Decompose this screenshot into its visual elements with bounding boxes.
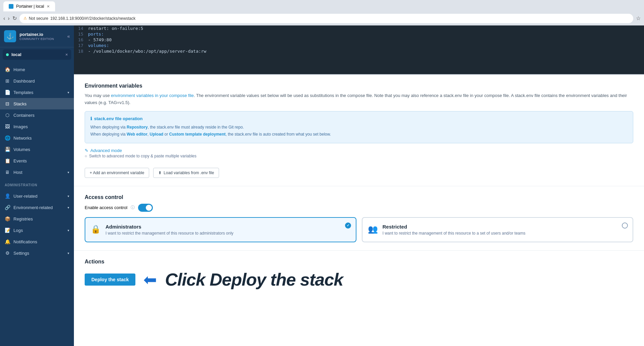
deploy-area: Deploy the stack ➡ Click Deploy the stac… [85, 269, 633, 290]
sidebar-item-user-related[interactable]: 👤 User-related ▾ [0, 190, 74, 202]
repository-link[interactable]: Repository [127, 125, 148, 130]
sidebar-item-stacks[interactable]: ⊟ Stacks [0, 98, 74, 109]
tab-close-button[interactable]: ✕ [47, 4, 50, 9]
volumes-icon: 💾 [5, 147, 10, 152]
add-env-var-button[interactable]: + Add an environment variable [85, 168, 149, 178]
env-section-title: Environment variables [85, 83, 633, 89]
sidebar-item-dashboard[interactable]: ⊞ Dashboard [0, 75, 74, 87]
logo-text: portainer.io [19, 32, 54, 37]
env-section-desc: You may use environment variables in you… [85, 92, 633, 106]
sidebar-label-registries: Registries [13, 216, 33, 221]
sidebar-item-containers[interactable]: ⬡ Containers [0, 109, 74, 121]
environment-selector[interactable]: local × [3, 49, 71, 60]
back-button[interactable]: ‹ [3, 15, 5, 21]
access-control-title: Access control [85, 194, 633, 200]
arrow-left-icon: ➡ [143, 270, 157, 289]
user-related-chevron-icon: ▾ [68, 194, 69, 198]
advanced-mode-label: Advanced mode [90, 148, 122, 153]
custom-template-link[interactable]: Custom template deployment [169, 132, 226, 137]
access-toggle-row: Enable access control ⓘ [85, 204, 633, 212]
sidebar-item-logs[interactable]: 📝 Logs ▾ [0, 225, 74, 236]
info-circle-icon: ℹ [90, 116, 92, 121]
sidebar-item-host[interactable]: 🖥 Host ▾ [0, 166, 74, 178]
sidebar-label-networks: Networks [13, 136, 32, 141]
line-num-16: 16 [74, 37, 88, 42]
click-deploy-text: Click Deploy the stack [165, 269, 343, 290]
refresh-button[interactable]: ↻ [12, 15, 17, 21]
url-bar[interactable]: ⚠ Not secure 192.168.1.18:9000/#!/2/dock… [19, 14, 633, 23]
restricted-card-title: Restricted [383, 224, 526, 230]
env-name: local [11, 52, 22, 57]
advanced-mode-sub: ○ Switch to advanced mode to copy & past… [85, 154, 633, 158]
sidebar-label-dashboard: Dashboard [13, 79, 35, 84]
sidebar-item-networks[interactable]: 🌐 Networks [0, 132, 74, 144]
sidebar-item-settings[interactable]: ⚙ Settings ▾ [0, 247, 74, 259]
stacks-icon: ⊟ [5, 101, 10, 106]
host-icon: 🖥 [5, 169, 10, 175]
host-chevron-icon: ▾ [68, 170, 69, 174]
admin-radio-button[interactable] [345, 223, 351, 229]
networks-icon: 🌐 [5, 135, 10, 141]
line-num-18: 18 [74, 49, 88, 54]
access-card-administrators[interactable]: 🔒 Administrators I want to restrict the … [85, 217, 356, 242]
sidebar-nav: 🏠 Home ⊞ Dashboard 📄 Templates ▾ ⊟ Stack… [0, 62, 74, 180]
restricted-radio-button[interactable] [622, 223, 628, 229]
load-env-file-button[interactable]: ⬆ Load variables from .env file [153, 168, 219, 178]
restricted-card-desc: I want to restrict the management of thi… [383, 231, 526, 236]
sidebar-item-volumes[interactable]: 💾 Volumes [0, 144, 74, 155]
admin-card-icon: 🔒 [91, 225, 101, 234]
line-code-14: restart: on-failure:5 [88, 26, 143, 31]
bookmark-button[interactable]: ☆ [636, 15, 641, 21]
sidebar-item-templates[interactable]: 📄 Templates ▾ [0, 87, 74, 98]
sidebar-label-logs: Logs [13, 228, 23, 233]
sidebar-item-images[interactable]: 🖼 Images [0, 121, 74, 132]
admin-card-title: Administrators [105, 224, 233, 230]
forward-button[interactable]: › [8, 15, 9, 21]
sidebar-item-environment-related[interactable]: 🔗 Environment-related ▾ [0, 202, 74, 213]
line-code-17: volumes: [88, 43, 109, 48]
upload-icon: ⬆ [158, 170, 162, 175]
upload-link[interactable]: Upload [150, 132, 164, 137]
code-line-14: 14 restart: on-failure:5 [74, 26, 644, 31]
admin-card-content: Administrators I want to restrict the ma… [105, 224, 233, 236]
notifications-icon: 🔔 [5, 239, 10, 244]
chevron-down-icon: ▾ [68, 91, 69, 94]
web-editor-link[interactable]: Web editor [127, 132, 147, 137]
sidebar-item-events[interactable]: 📋 Events [0, 155, 74, 166]
sidebar-item-notifications[interactable]: 🔔 Notifications [0, 236, 74, 247]
access-cards-container: 🔒 Administrators I want to restrict the … [85, 217, 633, 242]
sidebar-collapse-button[interactable]: « [67, 34, 70, 39]
stackenv-info-box: ℹ stack.env file operation When deployin… [85, 111, 633, 143]
security-icon: ⚠ [24, 16, 27, 20]
access-card-restricted[interactable]: 👥 Restricted I want to restrict the mana… [362, 217, 634, 242]
actions-section: Actions Deploy the stack ➡ Click Deploy … [74, 251, 644, 298]
sidebar-label-environment-related: Environment-related [13, 205, 53, 210]
user-related-icon: 👤 [5, 193, 10, 199]
sidebar-label-home: Home [13, 67, 25, 72]
env-close-button[interactable]: × [65, 52, 68, 57]
browser-tab[interactable]: Portainer | local ✕ [3, 1, 55, 11]
sidebar-item-registries[interactable]: 📦 Registries [0, 213, 74, 225]
access-info-icon: ⓘ [131, 205, 135, 210]
code-editor[interactable]: 14 restart: on-failure:5 15 ports: 16 - … [74, 26, 644, 75]
portainer-logo-icon: ⚓ [4, 30, 16, 42]
code-line-18: 18 - /volume1/docker/wbo:/opt/app/server… [74, 48, 644, 54]
sidebar-label-stacks: Stacks [13, 101, 27, 106]
line-code-16: - 5749:80 [88, 37, 112, 42]
settings-chevron-icon: ▾ [68, 251, 69, 255]
sidebar-item-home[interactable]: 🏠 Home [0, 64, 74, 75]
sidebar-label-notifications: Notifications [13, 239, 37, 244]
env-link[interactable]: environment variables in your compose fi… [111, 93, 194, 98]
registries-icon: 📦 [5, 216, 10, 221]
tab-favicon [9, 4, 13, 9]
dashboard-icon: ⊞ [5, 78, 10, 84]
line-code-18: - /volume1/docker/wbo:/opt/app/server-da… [88, 49, 206, 54]
images-icon: 🖼 [5, 124, 10, 129]
access-toggle-switch[interactable] [138, 204, 153, 212]
deploy-stack-button[interactable]: Deploy the stack [85, 274, 135, 286]
security-label: Not secure [29, 16, 48, 21]
code-line-15: 15 ports: [74, 31, 644, 37]
line-num-14: 14 [74, 26, 88, 31]
restricted-card-icon: 👥 [368, 225, 378, 234]
advanced-mode-toggle[interactable]: ✎ Advanced mode [85, 148, 633, 153]
